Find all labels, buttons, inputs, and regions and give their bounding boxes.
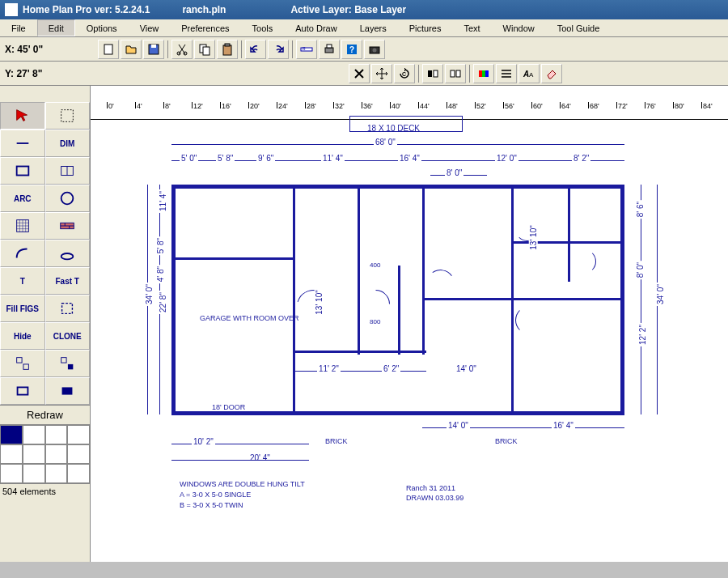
wall-icon[interactable] [45,212,91,240]
svg-rect-20 [451,70,455,77]
curve-icon[interactable] [0,240,45,267]
ruler-tick: 76' [645,102,656,108]
menu-tools[interactable]: Tools [241,19,285,36]
text-bold-icon[interactable]: T [0,267,45,295]
menu-layers[interactable]: Layers [349,19,398,36]
eraser-icon[interactable] [541,64,562,83]
redraw-button[interactable]: Redraw [0,405,90,424]
dim-b1: 11' 2" [317,364,341,373]
dim-bot1: 14' 0" [447,421,470,430]
camera-icon[interactable] [364,40,385,59]
svg-rect-40 [68,364,73,369]
swatch-8[interactable] [0,464,23,483]
rect-icon[interactable] [0,157,45,185]
redo-icon[interactable] [268,40,289,59]
menu-text[interactable]: Text [452,19,491,36]
svg-rect-41 [17,387,28,394]
floorplan-drawing[interactable]: 18 X 10 DECK 68' 0" 5' 0"5' 8"9' 6"11' 4… [91,120,728,562]
lines-icon[interactable] [496,64,517,83]
swatch-6[interactable] [45,444,68,464]
marquee-select-icon[interactable] [45,102,91,130]
line-icon[interactable] [0,130,45,157]
garage-label: GARAGE WITH ROOM OVER [200,314,299,322]
swatch-4[interactable] [0,444,23,464]
hatch-icon[interactable] [0,212,45,240]
swatch-9[interactable] [23,464,45,483]
drawing-canvas[interactable]: 0'4'8'12'16'20'24'28'32'36'40'44'48'52'5… [91,86,728,562]
group1-icon[interactable] [0,350,45,377]
group2-icon[interactable] [45,350,91,377]
svg-point-35 [61,253,74,259]
copy-icon[interactable] [194,40,215,59]
swatch-1[interactable] [23,425,45,444]
print-icon[interactable] [319,40,340,59]
arc-icon[interactable]: ARC [0,185,45,212]
menu-options[interactable]: Options [75,19,129,36]
ruler-tick: 48' [447,102,458,108]
dim-right-0: 8' 6" [636,200,645,219]
svg-point-4 [184,52,187,55]
move-icon[interactable] [371,64,392,83]
delete-icon[interactable] [349,64,370,83]
svg-point-32 [61,193,74,205]
ruler-tick: 40' [390,102,401,108]
open-icon[interactable] [121,40,142,59]
new-icon[interactable] [98,40,119,59]
clone-icon[interactable]: CLONE [45,322,91,350]
footer2: A = 3-0 X 5-0 SINGLE [180,491,251,499]
menu-pictures[interactable]: Pictures [398,19,453,36]
menu-preferences[interactable]: Preferences [170,19,240,36]
ruler-tick: 36' [362,102,373,108]
swatch-0[interactable] [0,425,23,444]
ruler-tick: 4' [135,102,142,108]
menu-file[interactable]: File [0,19,37,36]
dim-top-6: 8' 2" [572,154,590,163]
dim-overall-w: 68' 0" [374,138,397,147]
ruler-icon[interactable]: R [296,40,317,59]
dim-h-right: 34' 0" [656,283,665,306]
cut-icon[interactable] [171,40,193,59]
toggle2-icon[interactable] [445,64,466,83]
menu-window[interactable]: Window [492,19,546,36]
dim-top-1: 5' 8" [216,154,235,163]
menu-edit[interactable]: Edit [37,19,75,36]
ruler-tick: 0' [107,102,114,108]
arrow-select-icon[interactable] [0,102,45,130]
fill-icon[interactable]: Fill FIGS [0,295,45,322]
menu-view[interactable]: View [129,19,171,36]
swatch-11[interactable] [67,464,90,483]
svg-text:R: R [303,46,306,51]
swatch-7[interactable] [67,444,90,464]
coord-y: Y: 27' 8" [0,66,89,81]
svg-rect-22 [479,70,482,77]
element-count: 504 elements [0,483,90,499]
text-fast-icon[interactable]: Fast T [45,267,91,295]
pad-icon[interactable] [45,240,91,267]
undo-icon[interactable] [245,40,266,59]
menu-auto-draw[interactable]: Auto Draw [284,19,348,36]
save-icon[interactable] [143,40,164,59]
swatch-3[interactable] [67,425,90,444]
help-icon[interactable]: ? [341,40,362,59]
menu-tool-guide[interactable]: Tool Guide [546,19,612,36]
dimension-icon[interactable]: DIM [45,130,91,157]
swatch-2[interactable] [45,425,68,444]
rotate-icon[interactable]: C [394,64,415,83]
small2: 800 [370,318,380,325]
hide-icon[interactable]: Hide [0,322,45,350]
door-plan-icon[interactable] [45,157,91,185]
toggle1-icon[interactable] [422,64,443,83]
svg-rect-37 [16,358,21,363]
swatch-10[interactable] [45,464,68,483]
block1-icon[interactable] [0,377,45,405]
select-rect-icon[interactable] [45,295,91,322]
font-icon[interactable]: AA [518,64,540,83]
svg-rect-21 [456,70,460,77]
ruler-tick: 32' [333,102,345,108]
block2-icon[interactable] [45,377,91,405]
swatch-5[interactable] [23,444,45,464]
color-icon[interactable] [473,64,494,83]
brick2: BRICK [495,437,518,445]
paste-icon[interactable] [217,40,238,59]
circle-icon[interactable] [45,185,91,212]
